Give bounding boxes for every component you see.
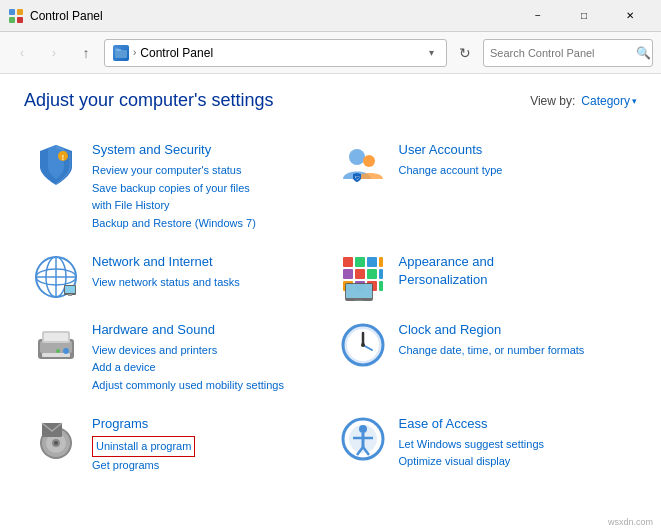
window-controls: − □ ✕ — [515, 0, 653, 32]
backup-files-link[interactable]: Save backup copies of your fileswith Fil… — [92, 180, 323, 215]
viewby-value[interactable]: Category ▾ — [581, 94, 637, 108]
svg-text:!: ! — [62, 154, 64, 161]
category-ease-access: Ease of Access Let Windows suggest setti… — [331, 405, 638, 485]
ease-access-content: Ease of Access Let Windows suggest setti… — [399, 415, 630, 471]
svg-rect-1 — [17, 9, 23, 15]
svg-rect-19 — [68, 294, 72, 296]
backup-restore-link[interactable]: Backup and Restore (Windows 7) — [92, 215, 323, 233]
programs-title[interactable]: Programs — [92, 415, 323, 433]
svg-rect-24 — [343, 269, 353, 279]
path-separator: › — [133, 47, 136, 58]
svg-rect-3 — [17, 17, 23, 23]
ease-access-title[interactable]: Ease of Access — [399, 415, 630, 433]
svg-point-40 — [63, 348, 69, 354]
suggest-settings-link[interactable]: Let Windows suggest settings — [399, 436, 630, 454]
svg-rect-34 — [355, 300, 363, 301]
minimize-button[interactable]: − — [515, 0, 561, 32]
svg-rect-25 — [355, 269, 365, 279]
add-device-link[interactable]: Add a device — [92, 359, 323, 377]
view-by-control: View by: Category ▾ — [530, 94, 637, 108]
get-programs-link[interactable]: Get programs — [92, 457, 323, 475]
programs-content: Programs Uninstall a program Get program… — [92, 415, 323, 475]
svg-rect-21 — [355, 257, 365, 267]
svg-rect-23 — [379, 257, 383, 267]
svg-rect-0 — [9, 9, 15, 15]
clock-content: Clock and Region Change date, time, or n… — [399, 321, 630, 360]
programs-icon — [32, 415, 80, 463]
view-devices-link[interactable]: View devices and printers — [92, 342, 323, 360]
change-account-type-link[interactable]: Change account type — [399, 162, 630, 180]
svg-point-52 — [54, 441, 58, 445]
category-network: Network and Internet View network status… — [24, 243, 331, 311]
ease-access-icon — [339, 415, 387, 463]
search-box[interactable]: 🔍 — [483, 39, 653, 67]
svg-point-10 — [363, 155, 375, 167]
close-button[interactable]: ✕ — [607, 0, 653, 32]
svg-rect-27 — [379, 269, 383, 279]
back-button[interactable]: ‹ — [8, 39, 36, 67]
mobility-settings-link[interactable]: Adjust commonly used mobility settings — [92, 377, 323, 395]
path-folder-icon — [113, 45, 129, 61]
network-icon — [32, 253, 80, 301]
date-time-link[interactable]: Change date, time, or number formats — [399, 342, 630, 360]
hardware-content: Hardware and Sound View devices and prin… — [92, 321, 323, 395]
categories-grid: ! System and Security Review your comput… — [24, 131, 637, 485]
network-status-link[interactable]: View network status and tasks — [92, 274, 323, 292]
addressbar: ‹ › ↑ › Control Panel ▾ ↻ 🔍 — [0, 32, 661, 74]
svg-rect-6 — [116, 49, 121, 51]
svg-point-47 — [361, 343, 365, 347]
system-security-icon: ! — [32, 141, 80, 189]
viewby-chevron-icon: ▾ — [632, 96, 637, 106]
search-icon-button[interactable]: 🔍 — [634, 40, 652, 66]
up-button[interactable]: ↑ — [72, 39, 100, 67]
svg-rect-2 — [9, 17, 15, 23]
viewby-label: View by: — [530, 94, 575, 108]
uninstall-program-link[interactable]: Uninstall a program — [92, 436, 195, 458]
maximize-button[interactable]: □ — [561, 0, 607, 32]
category-clock: Clock and Region Change date, time, or n… — [331, 311, 638, 405]
hardware-icon — [32, 321, 80, 369]
appearance-title[interactable]: Appearance andPersonalization — [399, 253, 630, 289]
appearance-content: Appearance andPersonalization — [399, 253, 630, 292]
user-accounts-icon: 🛡 — [339, 141, 387, 189]
window-title: Control Panel — [30, 9, 515, 23]
category-programs: Programs Uninstall a program Get program… — [24, 405, 331, 485]
system-security-title[interactable]: System and Security — [92, 141, 323, 159]
network-title[interactable]: Network and Internet — [92, 253, 323, 271]
address-bar[interactable]: › Control Panel ▾ — [104, 39, 447, 67]
svg-rect-26 — [367, 269, 377, 279]
control-panel-icon — [8, 8, 24, 24]
clock-title[interactable]: Clock and Region — [399, 321, 630, 339]
network-content: Network and Internet View network status… — [92, 253, 323, 292]
refresh-button[interactable]: ↻ — [451, 39, 479, 67]
path-dropdown-button[interactable]: ▾ — [425, 47, 438, 58]
titlebar: Control Panel − □ ✕ — [0, 0, 661, 32]
category-appearance: Appearance andPersonalization — [331, 243, 638, 311]
svg-rect-5 — [115, 50, 127, 58]
appearance-icon — [339, 253, 387, 301]
svg-rect-33 — [346, 284, 372, 298]
search-input[interactable] — [484, 47, 634, 59]
svg-point-41 — [56, 349, 60, 353]
visual-display-link[interactable]: Optimize visual display — [399, 453, 630, 471]
svg-point-9 — [349, 149, 365, 165]
svg-text:🛡: 🛡 — [354, 175, 359, 181]
path-label: Control Panel — [140, 46, 213, 60]
forward-button[interactable]: › — [40, 39, 68, 67]
review-status-link[interactable]: Review your computer's status — [92, 162, 323, 180]
svg-rect-18 — [65, 286, 75, 293]
svg-rect-22 — [367, 257, 377, 267]
watermark: wsxdn.com — [608, 517, 653, 527]
main-header: Adjust your computer's settings View by:… — [24, 90, 637, 111]
svg-rect-20 — [343, 257, 353, 267]
svg-point-56 — [359, 425, 367, 433]
clock-icon — [339, 321, 387, 369]
user-accounts-title[interactable]: User Accounts — [399, 141, 630, 159]
category-hardware: Hardware and Sound View devices and prin… — [24, 311, 331, 405]
hardware-title[interactable]: Hardware and Sound — [92, 321, 323, 339]
svg-rect-38 — [44, 333, 68, 341]
page-title: Adjust your computer's settings — [24, 90, 274, 111]
main-content: Adjust your computer's settings View by:… — [0, 74, 661, 501]
category-system-security: ! System and Security Review your comput… — [24, 131, 331, 243]
system-security-content: System and Security Review your computer… — [92, 141, 323, 233]
